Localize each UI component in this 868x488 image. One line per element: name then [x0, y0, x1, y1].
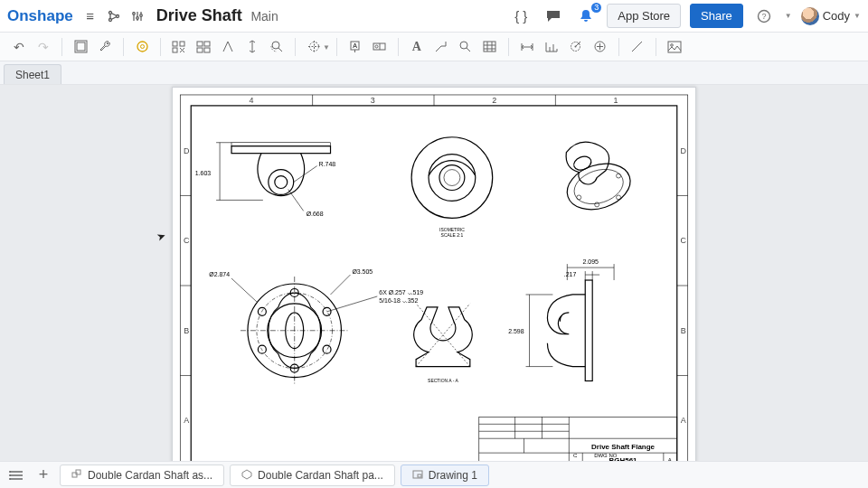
braces-icon[interactable]: { }	[511, 6, 531, 26]
user-name: Cody	[823, 9, 850, 23]
svg-point-97	[258, 345, 266, 353]
svg-text:SCALE 2:1: SCALE 2:1	[441, 233, 464, 238]
element-tab-drawing[interactable]: Drawing 1	[401, 465, 489, 486]
svg-point-94	[323, 307, 331, 315]
svg-rect-18	[204, 48, 210, 52]
add-tab-button[interactable]: +	[33, 465, 54, 486]
tab-label: Drawing 1	[429, 469, 477, 482]
image-button[interactable]	[663, 35, 686, 59]
line-button[interactable]	[626, 35, 649, 59]
svg-point-28	[575, 46, 577, 48]
comment-icon[interactable]	[543, 6, 563, 26]
svg-text:ISOMETRIC: ISOMETRIC	[439, 228, 465, 232]
svg-point-83	[617, 174, 621, 178]
version-graph-icon[interactable]	[104, 6, 124, 26]
svg-point-11	[140, 45, 144, 49]
help-caret-icon[interactable]: ▼	[785, 12, 792, 20]
share-button[interactable]: Share	[690, 4, 743, 28]
user-menu[interactable]: Cody ▼	[801, 7, 861, 25]
radial-dim-button[interactable]	[564, 35, 588, 59]
view-cube-button[interactable]	[130, 35, 154, 59]
svg-text:D: D	[681, 146, 687, 155]
menu-icon[interactable]: ≡	[80, 6, 100, 26]
svg-point-31	[671, 43, 674, 46]
svg-text:Ø3.505: Ø3.505	[352, 268, 373, 275]
sheet-tab-bar: Sheet1	[0, 61, 868, 85]
sheet-tab[interactable]: Sheet1	[4, 64, 61, 84]
hole-callout-button[interactable]	[589, 35, 612, 59]
svg-text:4: 4	[249, 96, 253, 105]
gtol-button[interactable]	[368, 35, 392, 59]
svg-rect-26	[484, 42, 495, 52]
insert-view-button[interactable]	[167, 35, 191, 59]
svg-point-82	[577, 195, 581, 200]
drawing-canvas[interactable]: ➤ 4 3 2 1 4 3 2 1 D C B A D	[0, 85, 868, 461]
avatar	[801, 7, 819, 25]
datum-button[interactable]: A	[344, 35, 367, 59]
note-button[interactable]: A	[405, 35, 429, 59]
svg-point-5	[139, 14, 142, 16]
help-icon[interactable]: ?	[754, 6, 774, 26]
svg-rect-32	[180, 95, 687, 476]
svg-point-134	[9, 474, 11, 476]
svg-text:.217: .217	[564, 271, 577, 277]
detail-view-button[interactable]	[265, 35, 288, 59]
svg-line-69	[288, 189, 304, 211]
top-bar: Onshape ≡ Drive Shaft Main { } 3 App Sto…	[0, 0, 868, 33]
appstore-button[interactable]: App Store	[607, 4, 681, 28]
svg-point-86	[571, 154, 593, 172]
svg-point-135	[9, 478, 11, 480]
svg-text:B: B	[681, 326, 686, 335]
element-tab-bar: + Double Cardan Shaft as... Double Carda…	[0, 461, 868, 488]
svg-text:5/16-18 ⌵.352: 5/16-18 ⌵.352	[379, 297, 418, 304]
sheet-button[interactable]	[69, 35, 92, 59]
svg-point-19	[272, 42, 279, 49]
svg-text:1.603: 1.603	[195, 170, 212, 176]
workspace-name[interactable]: Main	[250, 9, 278, 23]
assembly-icon	[71, 469, 82, 482]
svg-rect-63	[231, 143, 330, 146]
table-button[interactable]	[478, 35, 502, 59]
element-tab-assembly[interactable]: Double Cardan Shaft as...	[60, 465, 224, 486]
svg-point-4	[136, 16, 138, 19]
svg-rect-9	[77, 42, 85, 51]
ordinate-button[interactable]	[540, 35, 563, 59]
svg-text:Ø2.874: Ø2.874	[209, 271, 230, 277]
svg-text:A: A	[354, 42, 358, 49]
centermark-caret-icon[interactable]: ▼	[323, 42, 330, 52]
svg-point-65	[275, 176, 288, 189]
wrench-button[interactable]	[93, 35, 117, 59]
doc-name[interactable]: Drive Shaft	[156, 6, 242, 24]
svg-rect-17	[197, 48, 203, 52]
svg-text:2: 2	[492, 96, 496, 105]
svg-text:B: B	[184, 326, 189, 335]
svg-rect-14	[173, 48, 177, 52]
cursor-icon: ➤	[155, 230, 167, 245]
callout-button[interactable]	[429, 35, 453, 59]
drawing-sheet: 4 3 2 1 4 3 2 1 D C B A D C B A	[172, 87, 696, 484]
svg-text:SECTION A - A: SECTION A - A	[428, 379, 458, 383]
find-button[interactable]	[454, 35, 477, 59]
aux-view-button[interactable]	[216, 35, 240, 59]
undo-button[interactable]: ↶	[7, 35, 31, 59]
svg-text:D: D	[184, 146, 190, 155]
brand-logo[interactable]: Onshape	[7, 7, 73, 25]
topbar-right: { } 3 App Store Share ? ▼ Cody ▼	[509, 4, 861, 28]
tab-manager-icon[interactable]	[5, 465, 27, 486]
notifications-icon[interactable]: 3	[576, 6, 596, 26]
tab-label: Double Cardan Shaft pa...	[258, 469, 383, 482]
redo-button[interactable]: ↷	[32, 35, 55, 59]
section-view-button[interactable]	[241, 35, 264, 59]
svg-text:?: ?	[761, 12, 766, 21]
element-tab-partstudio[interactable]: Double Cardan Shaft pa...	[230, 465, 395, 486]
svg-point-64	[269, 170, 294, 195]
svg-point-85	[595, 202, 599, 207]
svg-point-95	[323, 345, 331, 353]
svg-text:C: C	[573, 453, 578, 458]
projected-view-button[interactable]	[192, 35, 215, 59]
svg-rect-13	[180, 42, 184, 46]
config-icon[interactable]	[127, 6, 147, 26]
breadcrumb: Drive Shaft Main	[156, 6, 278, 25]
svg-rect-139	[418, 474, 421, 477]
dimension-button[interactable]	[515, 35, 539, 59]
